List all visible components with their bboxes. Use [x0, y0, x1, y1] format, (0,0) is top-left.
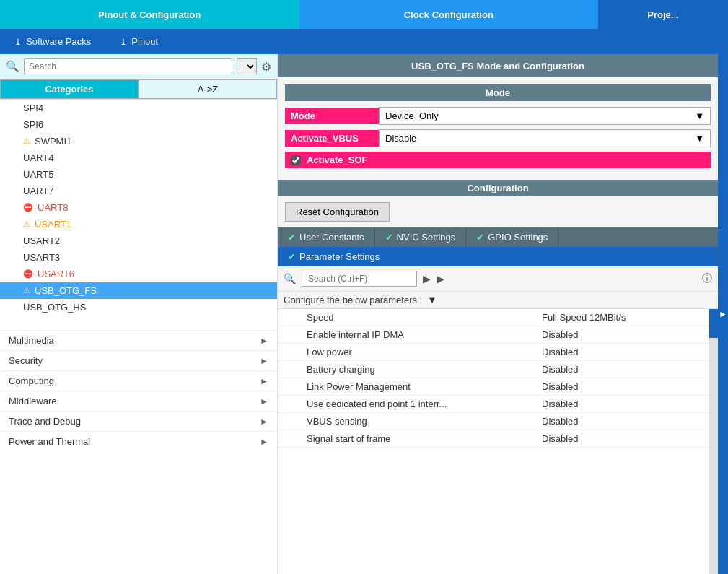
param-row-vbus[interactable]: VBUS sensing Disabled: [278, 413, 709, 430]
warn-icon: ⚠: [23, 136, 30, 146]
mode-row: Mode Device_Only ▼: [285, 107, 711, 125]
collapse-icon[interactable]: ▼: [428, 295, 437, 305]
main-layout: 🔍 ▼ ⚙ Categories A->Z SPI4 SPI6: [0, 54, 728, 574]
sub-header-pinout[interactable]: ⤓ Pinout: [105, 36, 172, 47]
search-icon: 🔍: [284, 273, 296, 284]
param-info-button[interactable]: ⓘ: [702, 272, 712, 285]
search-dropdown[interactable]: ▼: [237, 58, 257, 74]
tab-categories[interactable]: Categories: [0, 79, 139, 99]
param-row-battery[interactable]: Battery charging Disabled: [278, 361, 709, 378]
activate-vbus-select[interactable]: Disable ▼: [379, 129, 711, 147]
param-prev-button[interactable]: ▶: [423, 273, 431, 284]
sidebar-section-trace-debug[interactable]: Trace and Debug ►: [0, 411, 277, 431]
expand-icon: ►: [260, 356, 268, 366]
config-section: Configuration Reset Configuration ✔ User…: [278, 180, 718, 574]
sidebar: 🔍 ▼ ⚙ Categories A->Z SPI4 SPI6: [0, 54, 278, 574]
expand-icon: ►: [260, 437, 268, 447]
tab-pinout[interactable]: Pinout & Configuration: [0, 0, 299, 29]
activate-sof-checkbox-container[interactable]: Activate_SOF: [285, 152, 711, 168]
sidebar-item-swpmi1[interactable]: ⚠ SWPMI1: [0, 133, 277, 149]
scrollbar-thumb[interactable]: [709, 309, 718, 338]
check-icon: ✔: [385, 232, 393, 243]
tab-project[interactable]: Proje...: [598, 0, 728, 29]
param-next-button[interactable]: ▶: [437, 273, 444, 284]
error-icon: ⛔: [23, 269, 33, 279]
chevron-icon: ⤓: [120, 37, 127, 47]
sidebar-item-uart5[interactable]: UART5: [0, 166, 277, 183]
param-row-link-power[interactable]: Link Power Management Disabled: [278, 378, 709, 396]
mode-field-label: Mode: [285, 108, 379, 124]
sidebar-section-middleware[interactable]: Middleware ►: [0, 391, 277, 411]
search-input[interactable]: [24, 58, 232, 74]
check-icon: ✔: [288, 232, 296, 243]
collapse-panel-button[interactable]: ►: [718, 54, 728, 574]
tab-az[interactable]: A->Z: [139, 79, 277, 99]
param-row-speed[interactable]: Speed Full Speed 12MBit/s: [278, 309, 709, 326]
dropdown-chevron-icon: ▼: [695, 110, 704, 121]
activate-sof-row: Activate_SOF: [285, 152, 711, 168]
collapse-chevron-icon: ►: [719, 309, 727, 319]
mode-select[interactable]: Device_Only ▼: [379, 107, 711, 125]
sidebar-item-uart8[interactable]: ⛔ UART8: [0, 199, 277, 216]
warn-icon: ⚠: [23, 286, 30, 295]
reset-configuration-button[interactable]: Reset Configuration: [285, 202, 390, 222]
config-label: Configuration: [278, 180, 718, 196]
expand-icon: ►: [260, 336, 268, 346]
sub-header-software-packs[interactable]: ⤓ Software Packs: [0, 36, 105, 47]
sidebar-item-usart6[interactable]: ⛔ USART6: [0, 266, 277, 282]
content-title: USB_OTG_FS Mode and Configuration: [278, 54, 718, 77]
param-row-low-power[interactable]: Low power Disabled: [278, 344, 709, 361]
param-row-sof[interactable]: Signal start of frame Disabled: [278, 430, 709, 448]
sidebar-section-power-thermal[interactable]: Power and Thermal ►: [0, 431, 277, 451]
activate-vbus-label: Activate_VBUS: [285, 130, 379, 147]
sidebar-list: SPI4 SPI6 ⚠ SWPMI1 UART4 UART5 UART7: [0, 100, 277, 574]
scrollbar-track[interactable]: [709, 309, 718, 574]
sidebar-item-usb-otg-fs[interactable]: ⚠ USB_OTG_FS: [0, 282, 277, 299]
sidebar-search-bar: 🔍 ▼ ⚙: [0, 54, 277, 79]
sidebar-category-tabs: Categories A->Z: [0, 79, 277, 100]
sidebar-section-security[interactable]: Security ►: [0, 350, 277, 370]
sidebar-item-uart7[interactable]: UART7: [0, 183, 277, 199]
sidebar-item-usart2[interactable]: USART2: [0, 232, 277, 249]
param-table-area: Speed Full Speed 12MBit/s Enable interna…: [278, 309, 718, 574]
param-row-dma[interactable]: Enable internal IP DMA Disabled: [278, 326, 709, 344]
content-area: USB_OTG_FS Mode and Configuration Mode M…: [278, 54, 718, 574]
mode-section: Mode Mode Device_Only ▼ Activate_VBUS Di…: [278, 77, 718, 180]
sidebar-item-usb-otg-hs[interactable]: USB_OTG_HS: [0, 299, 277, 316]
sidebar-item-uart4[interactable]: UART4: [0, 149, 277, 166]
config-tabs: ✔ User Constants ✔ NVIC Settings ✔ GPIO …: [278, 227, 718, 266]
param-row-dedicated[interactable]: Use dedicated end point 1 interr... Disa…: [278, 396, 709, 413]
header: Pinout & Configuration Clock Configurati…: [0, 0, 728, 29]
sidebar-item-spi4[interactable]: SPI4: [0, 100, 277, 116]
sidebar-item-usart3[interactable]: USART3: [0, 249, 277, 266]
sidebar-section-computing[interactable]: Computing ►: [0, 370, 277, 391]
check-icon: ✔: [476, 232, 484, 243]
warn-icon: ⚠: [23, 219, 30, 229]
sidebar-item-usart1[interactable]: ⚠ USART1: [0, 216, 277, 232]
error-icon: ⛔: [23, 203, 33, 212]
tab-user-constants[interactable]: ✔ User Constants: [278, 227, 375, 247]
activate-sof-checkbox[interactable]: [291, 155, 301, 165]
sidebar-item-spi6[interactable]: SPI6: [0, 116, 277, 133]
param-table: Speed Full Speed 12MBit/s Enable interna…: [278, 309, 709, 574]
tab-gpio-settings[interactable]: ✔ GPIO Settings: [466, 227, 558, 247]
config-toolbar: Reset Configuration: [278, 196, 718, 227]
tab-clock[interactable]: Clock Configuration: [299, 0, 599, 29]
chevron-icon: ⤓: [14, 37, 22, 47]
expand-icon: ►: [260, 396, 268, 406]
tab-parameter-settings[interactable]: ✔ Parameter Settings: [278, 247, 718, 266]
sidebar-section-multimedia[interactable]: Multimedia ►: [0, 330, 277, 350]
param-search-bar: 🔍 ▶ ▶ ⓘ: [278, 266, 718, 292]
mode-label: Mode: [285, 84, 711, 101]
configure-text: Configure the below parameters : ▼: [278, 292, 718, 309]
gear-button[interactable]: ⚙: [261, 60, 271, 74]
search-icon: 🔍: [6, 60, 19, 73]
check-icon: ✔: [288, 251, 296, 262]
tab-nvic-settings[interactable]: ✔ NVIC Settings: [375, 227, 467, 247]
activate-vbus-row: Activate_VBUS Disable ▼: [285, 129, 711, 147]
dropdown-chevron-icon: ▼: [695, 133, 704, 144]
expand-icon: ►: [260, 417, 268, 427]
sub-header: ⤓ Software Packs ⤓ Pinout: [0, 29, 728, 54]
expand-icon: ►: [260, 376, 268, 386]
param-search-input[interactable]: [302, 271, 417, 287]
